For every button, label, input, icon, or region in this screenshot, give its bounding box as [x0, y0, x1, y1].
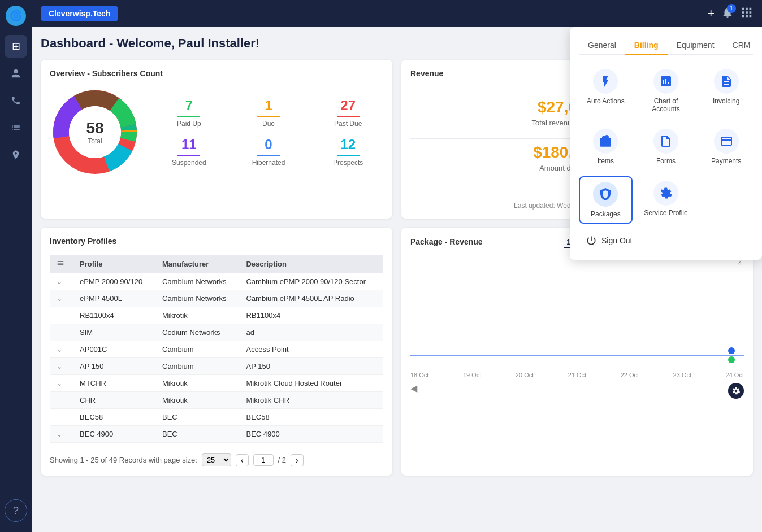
expand-icon[interactable]: ⌄	[57, 430, 62, 438]
table-row[interactable]: RB1100x4 Mikrotik RB1100x4	[50, 307, 383, 324]
packages-label: Packages	[591, 210, 621, 218]
stat-due[interactable]: 1 Due	[233, 98, 304, 128]
manufacturer-cell: Cambium Networks	[155, 290, 239, 307]
manufacturer-cell: Mikrotik	[155, 375, 239, 392]
table-row[interactable]: ⌄ AP 150 Cambium AP 150	[50, 358, 383, 375]
package-card-title: Package - Revenue	[410, 237, 483, 246]
dropdown-item-packages[interactable]: Packages	[579, 176, 633, 224]
bottom-grid: Inventory Profiles Profile Manufacturer …	[41, 228, 753, 476]
expand-icon[interactable]: ⌄	[57, 278, 62, 286]
tab-general[interactable]: General	[579, 36, 625, 55]
table-row[interactable]: ⌄ BEC 4900 BEC BEC 4900	[50, 426, 383, 443]
expand-cell[interactable]: ⌄	[50, 443, 73, 447]
sidebar-item-phone[interactable]	[5, 89, 27, 112]
manufacturer-cell: KP	[155, 443, 239, 447]
chart-scroll-left[interactable]: ◀	[410, 383, 417, 399]
dropdown-item-items[interactable]: Items	[579, 124, 633, 169]
sidebar-item-dashboard[interactable]: ⊞	[5, 35, 27, 58]
table-row[interactable]: ⌄ AP001C Cambium Access Point	[50, 341, 383, 358]
table-row[interactable]: CHR Mikrotik Mikrotik CHR	[50, 392, 383, 409]
tab-crm[interactable]: CRM	[724, 36, 760, 55]
add-button[interactable]: +	[707, 6, 715, 21]
dropdown-item-auto-actions[interactable]: Auto Actions	[579, 64, 633, 117]
table-row[interactable]: ⌄ ePMP 4500L Cambium Networks Cambium eP…	[50, 290, 383, 307]
manufacturer-cell: BEC	[155, 409, 239, 426]
stat-paid-up-bar	[177, 116, 200, 117]
expand-cell[interactable]: ⌄	[50, 358, 73, 375]
notification-button[interactable]: 1	[721, 6, 734, 21]
service-profile-label: Service Profile	[644, 209, 687, 217]
dropdown-item-forms[interactable]: Forms	[639, 124, 693, 169]
page-size-select[interactable]: 25 50 100	[202, 453, 231, 466]
page-number-input[interactable]	[253, 454, 274, 466]
table-row[interactable]: ⌄ MTCHR Mikrotik Mikrotik Cloud Hosted R…	[50, 375, 383, 392]
x-label-4: 21 Oct	[568, 372, 586, 378]
dropdown-item-chart-accounts[interactable]: Chart of Accounts	[639, 64, 693, 117]
stat-past-due-value: 27	[313, 98, 383, 114]
table-row[interactable]: ⌄ ePMP 2000 90/120 Cambium Networks Camb…	[50, 273, 383, 290]
table-row[interactable]: BEC58 BEC BEC58	[50, 409, 383, 426]
dropdown-overlay: General Billing Equipment CRM Auto Actio…	[570, 27, 762, 260]
expand-icon[interactable]: ⌄	[57, 346, 62, 354]
col-profile: Profile	[73, 255, 155, 273]
expand-cell[interactable]: ⌄	[50, 341, 73, 358]
brand-button[interactable]: Cleverwisp.Tech	[41, 6, 118, 21]
stat-hibernated-value: 0	[233, 137, 304, 152]
dropdown-grid: Auto Actions Chart of Accounts Invoicing…	[579, 64, 753, 224]
expand-cell[interactable]	[50, 307, 73, 324]
tab-billing[interactable]: Billing	[625, 36, 668, 55]
stat-hibernated[interactable]: 0 Hibernated	[233, 137, 304, 167]
stat-past-due[interactable]: 27 Past Due	[313, 98, 383, 128]
tab-equipment[interactable]: Equipment	[668, 36, 724, 55]
stat-suspended-value: 11	[154, 137, 224, 152]
items-label: Items	[598, 157, 614, 165]
stat-paid-up[interactable]: 7 Paid Up	[154, 98, 224, 128]
stat-prospects-bar	[337, 155, 360, 156]
sidebar-item-location[interactable]	[5, 143, 27, 166]
inventory-card: Inventory Profiles Profile Manufacturer …	[41, 228, 392, 476]
chart-area: 4	[410, 255, 744, 368]
prev-page-button[interactable]: ‹	[236, 454, 249, 466]
description-cell: KP Antenna	[239, 443, 383, 447]
sidebar-item-help[interactable]: ?	[5, 499, 27, 522]
table-row[interactable]: ⌄ KP Antenna KP KP Antenna	[50, 443, 383, 447]
next-page-button[interactable]: ›	[291, 454, 304, 466]
expand-icon[interactable]: ⌄	[57, 295, 62, 303]
chart-dot-green	[728, 356, 735, 363]
expand-icon[interactable]: ⌄	[57, 380, 62, 387]
dropdown-item-payments[interactable]: Payments	[699, 124, 753, 169]
sidebar-item-person[interactable]	[5, 62, 27, 85]
expand-cell[interactable]: ⌄	[50, 290, 73, 307]
sign-out-button[interactable]: Sign Out	[579, 230, 753, 251]
packages-icon	[593, 182, 618, 207]
auto-actions-icon	[593, 69, 618, 94]
logo-button[interactable]: 🌀	[6, 6, 26, 26]
chart-y-label: 4	[738, 260, 742, 267]
stat-prospects-value: 12	[313, 137, 383, 152]
manufacturer-cell: Cambium	[155, 341, 239, 358]
col-description: Description	[239, 255, 383, 273]
dropdown-item-service-profile[interactable]: Service Profile	[639, 176, 693, 224]
grid-menu-button[interactable]	[741, 6, 753, 21]
dropdown-item-invoicing[interactable]: Invoicing	[699, 64, 753, 117]
stat-suspended[interactable]: 11 Suspended	[154, 137, 224, 167]
expand-icon[interactable]: ⌄	[57, 363, 62, 370]
total-label: Total	[86, 137, 103, 145]
expand-cell[interactable]	[50, 324, 73, 341]
stat-prospects[interactable]: 12 Prospects	[313, 137, 383, 167]
inventory-table-container[interactable]: Profile Manufacturer Description ⌄ ePMP …	[50, 255, 383, 447]
chart-settings-button[interactable]	[728, 383, 744, 399]
expand-cell[interactable]	[50, 409, 73, 426]
expand-cell[interactable]: ⌄	[50, 273, 73, 290]
expand-cell[interactable]	[50, 392, 73, 409]
profile-cell: BEC58	[73, 409, 155, 426]
expand-cell[interactable]: ⌄	[50, 426, 73, 443]
items-icon	[593, 129, 618, 154]
sidebar-item-list[interactable]	[5, 116, 27, 139]
topbar: Cleverwisp.Tech + 1	[32, 0, 762, 27]
stat-prospects-label: Prospects	[313, 159, 383, 167]
total-pages: / 2	[278, 456, 286, 464]
chart-line	[410, 355, 744, 356]
expand-cell[interactable]: ⌄	[50, 375, 73, 392]
table-row[interactable]: SIM Codium Networks ad	[50, 324, 383, 341]
